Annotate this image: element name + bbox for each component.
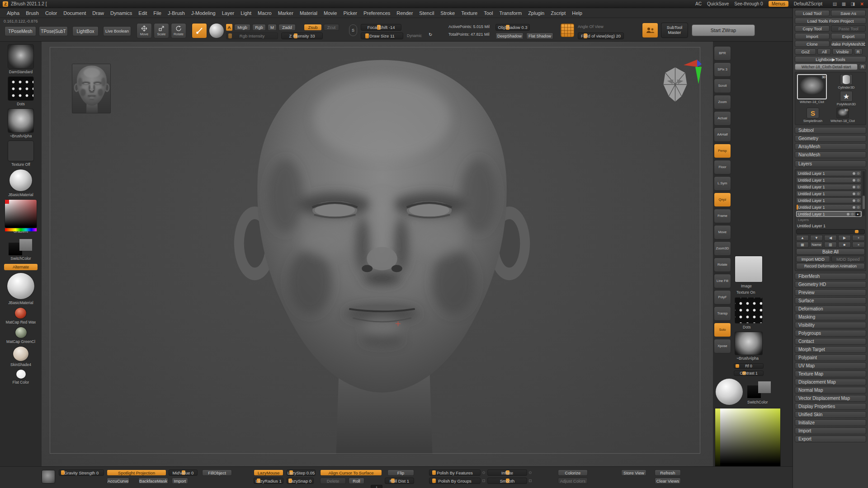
layer-tool-button[interactable]: ▦ <box>796 242 809 248</box>
menu-item[interactable]: Stroke <box>437 9 458 17</box>
section-button[interactable]: Polygroups <box>795 330 866 337</box>
section-button[interactable]: Deformation <box>795 305 866 312</box>
color-picker-value-strip[interactable] <box>715 408 720 469</box>
layer-tool-button[interactable]: + <box>852 235 865 241</box>
menu-item[interactable]: Texture <box>458 9 481 17</box>
tool-panel-button[interactable]: Export <box>831 33 866 39</box>
dock-item-thumbnail[interactable] <box>8 108 34 133</box>
tool-panel-button[interactable]: Lightbox▶Tools <box>795 56 866 62</box>
section-button[interactable]: UV Map <box>795 362 866 369</box>
window-icon[interactable]: × <box>859 1 865 7</box>
tool-panel-button[interactable]: Import <box>795 33 830 39</box>
zsub-button[interactable]: Zsub <box>304 24 322 31</box>
subtool-master-button[interactable]: SubTool Master <box>661 23 688 38</box>
gravity-strength-slider[interactable]: Gravity Strength 0 <box>59 469 104 476</box>
section-button[interactable]: Subtool <box>795 127 866 134</box>
shelf-button[interactable]: Transp <box>714 306 731 321</box>
menu-item[interactable]: Edit <box>135 9 150 17</box>
current-brush-button[interactable] <box>192 23 207 38</box>
roll-button[interactable]: Roll <box>349 478 364 484</box>
dock-item[interactable]: ~BrushAlpha <box>8 108 34 138</box>
dock-item-thumbnail[interactable] <box>7 272 35 300</box>
tool-name-field[interactable]: Witcher-18_Cloth-Detail-start <box>795 64 858 70</box>
fillobject-button[interactable]: FillObject <box>202 469 232 476</box>
layer-row[interactable]: Untitled Layer 1 ◎ ● <box>796 170 862 176</box>
section-button[interactable]: FiberMesh <box>795 273 866 280</box>
section-button[interactable]: Displacement Map <box>795 379 866 385</box>
menu-item[interactable]: Draw <box>89 9 107 17</box>
window-icon[interactable]: ▤ <box>831 1 838 7</box>
store-view-button[interactable]: Store View <box>621 469 646 476</box>
section-button[interactable]: Texture Map <box>795 371 866 377</box>
rotate-button[interactable]: Rotate <box>171 23 186 38</box>
layer-eye-icon[interactable]: ◎ <box>857 205 860 209</box>
section-button[interactable]: Masking <box>795 314 866 320</box>
angle-of-view-label[interactable]: Angle Of View <box>578 24 604 31</box>
menu-item[interactable]: Color <box>42 9 60 17</box>
dynamic-mode-icon[interactable]: ↻ <box>429 32 432 39</box>
tool-panel-button[interactable]: Paste Tool <box>831 25 866 32</box>
layer-intensity-dot[interactable] <box>853 206 855 209</box>
quicksave-button[interactable]: QuickSave <box>707 1 729 6</box>
lazyradius-slider[interactable]: LazyRadius 1 <box>254 478 283 484</box>
import-spotlight-button[interactable]: Import <box>172 478 188 484</box>
section-button[interactable]: Visibility <box>795 322 866 328</box>
dock-item[interactable]: Alternate <box>4 263 38 270</box>
viewport-canvas[interactable] <box>42 42 713 466</box>
accucurve-button[interactable]: AccuCurve <box>107 478 129 484</box>
dock-item-thumbnail[interactable] <box>13 346 29 361</box>
layer-tool-button[interactable]: Name <box>810 242 823 248</box>
move-button[interactable]: Move <box>137 23 152 38</box>
section-button[interactable]: Display Properties <box>795 403 866 410</box>
dock-item[interactable]: JBasicMaterial <box>8 169 33 197</box>
window-icon[interactable]: ▦ <box>840 1 847 7</box>
dock-item-thumbnail[interactable] <box>14 307 27 319</box>
menu-item[interactable]: Transform <box>496 9 525 17</box>
dock-item-thumbnail[interactable] <box>8 76 34 101</box>
shelf-button[interactable]: Persp <box>714 144 731 158</box>
menu-item[interactable]: Picker <box>340 9 360 17</box>
tool-panel-button[interactable]: Visible <box>832 48 852 55</box>
mrgb-button[interactable]: Mrgb <box>234 24 250 31</box>
brush-alpha-thumbnail[interactable] <box>735 332 763 355</box>
shelf-button[interactable]: BPR <box>714 46 731 61</box>
panel-resize-notch[interactable]: ▲ <box>371 485 382 488</box>
roll-dist-slider[interactable]: Roll Dist 1 <box>385 478 414 484</box>
section-button[interactable]: Import <box>795 427 866 434</box>
m-button[interactable]: M <box>268 24 277 31</box>
section-button[interactable]: NanoMesh <box>795 151 866 158</box>
menu-item[interactable]: Tool <box>481 9 496 17</box>
layer-tool-button[interactable]: ◀ <box>824 235 837 241</box>
stroke-dots-thumbnail[interactable] <box>735 297 763 324</box>
dynamic-label[interactable]: Dynamic <box>407 33 422 40</box>
menu-item[interactable]: Preferences <box>360 9 393 17</box>
section-button[interactable]: Surface <box>795 297 866 304</box>
menu-item[interactable]: Alpha <box>4 9 23 17</box>
layer-tool-button[interactable]: ▶ <box>838 235 851 241</box>
zadd-button[interactable]: Zadd <box>278 24 296 31</box>
flatshadow-button[interactable]: Flat Shadow <box>526 33 553 39</box>
tool-panel-button[interactable]: Load Tools From Project <box>795 18 866 24</box>
dock-item[interactable]: Gradient <box>5 199 37 234</box>
layer-eye-icon[interactable]: ◎ <box>857 192 860 196</box>
layer-record-icon[interactable]: ● <box>855 212 860 216</box>
layer-row[interactable]: Untitled Layer 1 ◎ ● <box>796 177 862 183</box>
shelf-button[interactable]: L.Sym <box>714 176 731 191</box>
subtool-master-icon-button[interactable] <box>642 23 658 38</box>
shelf-button[interactable]: Qxyz <box>714 192 731 207</box>
color-picker[interactable] <box>715 408 781 476</box>
section-button[interactable]: Initialize <box>795 419 866 426</box>
active-tool-thumbnail[interactable]: 30 Witcher-18_Clot <box>797 74 827 106</box>
section-button[interactable]: Normal Map <box>795 387 866 394</box>
tool-panel-button[interactable]: Make PolyMesh3D <box>831 41 866 47</box>
section-button[interactable]: Contact <box>795 338 866 345</box>
inflate-slider[interactable]: Inflate <box>487 469 527 476</box>
layer-strength-slider[interactable] <box>796 229 865 234</box>
section-button-layers[interactable]: Layers <box>795 160 866 167</box>
current-material-button[interactable] <box>209 23 224 38</box>
section-button[interactable]: Export <box>795 436 866 442</box>
flip-button[interactable]: Flip <box>387 469 414 476</box>
tool-thumbnail[interactable]: S SimpleBrush <box>797 108 829 123</box>
layer-intensity-dot[interactable] <box>853 172 855 175</box>
dock-item-thumbnail[interactable] <box>8 141 34 161</box>
